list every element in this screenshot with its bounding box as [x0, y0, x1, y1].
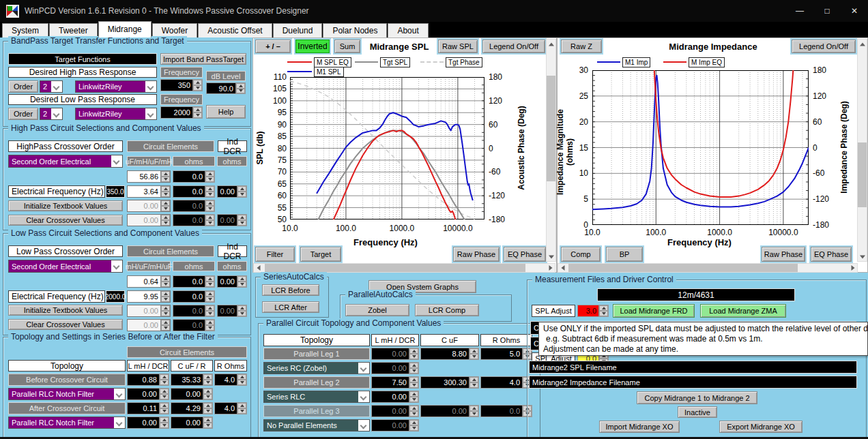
leg1-r-spinner[interactable]: 5.0 — [480, 348, 532, 360]
hp-filter-combo[interactable]: LinkwitzRiley — [75, 80, 157, 93]
hp-c2-spinner[interactable]: 3.64 — [127, 185, 171, 198]
spl-vscroll-thumb[interactable] — [547, 76, 555, 181]
chevron-down-icon[interactable] — [358, 391, 369, 402]
spin-up-icon[interactable] — [203, 417, 212, 423]
lp-r4-spinner[interactable]: 0.0 — [173, 319, 215, 331]
scroll-right-icon[interactable] — [546, 264, 555, 272]
spin-down-icon[interactable] — [409, 382, 418, 388]
lp-order-button[interactable]: Order — [8, 108, 38, 120]
spin-up-icon[interactable] — [409, 363, 418, 368]
spin-down-icon[interactable] — [160, 423, 169, 428]
spin-up-icon[interactable] — [193, 107, 202, 112]
import-xo-button[interactable]: Import Midrange XO — [599, 421, 680, 433]
spin-up-icon[interactable] — [205, 200, 214, 206]
spl-filter-button[interactable]: Filter — [255, 247, 295, 262]
lp-l3-spinner[interactable]: 0.00 — [127, 305, 171, 317]
spin-down-icon[interactable] — [160, 408, 169, 414]
chevron-down-icon[interactable] — [145, 81, 156, 92]
spl-eq-phase-button[interactable]: EQ Phase — [504, 247, 546, 262]
notch2-l-spinner[interactable]: 0.00 — [127, 417, 169, 429]
spin-up-icon[interactable] — [160, 403, 169, 408]
lcr-before-button[interactable]: LCR Before — [262, 284, 319, 296]
lp-l1-spinner[interactable]: 0.64 — [127, 275, 171, 288]
tab-about[interactable]: About — [388, 23, 428, 37]
leg1-c-spinner[interactable]: 8.80 — [420, 348, 479, 360]
spin-up-icon[interactable] — [203, 403, 212, 408]
leg3-c-spinner[interactable]: 0.00 — [420, 405, 479, 417]
chevron-down-icon[interactable] — [145, 108, 156, 119]
spin-up-icon[interactable] — [193, 80, 202, 85]
spin-down-icon[interactable] — [203, 394, 212, 399]
spin-down-icon[interactable] — [469, 411, 478, 417]
spin-down-icon[interactable] — [161, 177, 170, 182]
spin-down-icon[interactable] — [409, 425, 418, 431]
hp-c3-spinner[interactable]: 0.00 — [127, 200, 171, 212]
spin-down-icon[interactable] — [160, 380, 169, 385]
imp-raw-z-button[interactable]: Raw Z — [561, 40, 602, 53]
before-l-spinner[interactable]: 0.88 — [127, 374, 169, 386]
spin-down-icon[interactable] — [203, 408, 212, 414]
spin-down-icon[interactable] — [599, 311, 608, 316]
imp-bp-button[interactable]: BP — [606, 247, 643, 262]
scroll-left-icon[interactable] — [254, 264, 263, 272]
spin-up-icon[interactable] — [161, 215, 170, 220]
lcr-after-button[interactable]: LCR After — [262, 301, 319, 313]
spin-up-icon[interactable] — [205, 291, 214, 297]
spl-adjust1-spinner[interactable]: 3.0 — [577, 305, 609, 317]
spin-down-icon[interactable] — [160, 394, 169, 399]
spin-down-icon[interactable] — [205, 192, 214, 197]
spin-up-icon[interactable] — [161, 171, 170, 177]
hp-frequency-spinner[interactable]: 350 — [160, 79, 203, 91]
hp-order-type-combo[interactable]: Second Order Electrical — [8, 155, 123, 168]
chevron-down-icon[interactable] — [358, 363, 369, 374]
spin-down-icon[interactable] — [237, 380, 246, 385]
notch2-c-spinner[interactable]: 0.00 — [171, 417, 213, 429]
combo1-value-spinner[interactable]: 0.00 — [371, 362, 419, 374]
spin-down-icon[interactable] — [193, 85, 202, 91]
spl-legend-button[interactable]: Legend On/Off — [482, 40, 545, 53]
leg3-l-spinner[interactable]: 0.00 — [371, 405, 419, 417]
hp-dcr1-spinner[interactable]: 0.00 — [217, 185, 247, 198]
imp-vertical-scrollbar[interactable] — [857, 39, 867, 262]
spl-target-button[interactable]: Target — [300, 247, 341, 262]
spin-down-icon[interactable] — [205, 325, 214, 331]
leg3-r-spinner[interactable]: 0.0 — [480, 405, 532, 417]
spin-down-icon[interactable] — [409, 368, 418, 374]
spin-down-icon[interactable] — [203, 423, 212, 428]
spin-up-icon[interactable] — [205, 215, 214, 220]
tab-polar-nodes[interactable]: Polar Nodes — [323, 23, 387, 37]
help-button[interactable]: Help — [206, 105, 246, 119]
lp-r3-spinner[interactable]: 0.0 — [173, 305, 215, 317]
hp-r4-spinner[interactable]: 0.0 — [173, 214, 215, 226]
spin-up-icon[interactable] — [237, 403, 246, 408]
spin-up-icon[interactable] — [237, 374, 246, 380]
after-r-spinner[interactable]: 4.0 — [214, 402, 247, 414]
hp-clear-values-button[interactable]: Clear Crossover Values — [8, 215, 123, 226]
chevron-down-icon[interactable] — [114, 417, 125, 428]
lp-order-combo[interactable]: 2 — [40, 108, 63, 120]
imp-horizontal-scrollbar[interactable] — [558, 263, 858, 273]
spin-down-icon[interactable] — [161, 325, 170, 331]
spin-up-icon[interactable] — [409, 377, 418, 382]
load-frd-button[interactable]: Load Midrange FRD — [613, 304, 695, 318]
imp-raw-phase-button[interactable]: Raw Phase — [762, 247, 805, 262]
notch1-l-spinner[interactable]: 0.00 — [127, 388, 169, 400]
spin-down-icon[interactable] — [409, 354, 418, 359]
lp-l4-spinner[interactable]: 0.00 — [127, 319, 171, 331]
spin-up-icon[interactable] — [469, 406, 478, 411]
spin-up-icon[interactable] — [469, 348, 478, 354]
chevron-down-icon[interactable] — [111, 260, 122, 272]
spin-up-icon[interactable] — [236, 83, 245, 89]
hp-r3-spinner[interactable]: 0.0 — [173, 200, 215, 212]
lp-l2-spinner[interactable]: 9.95 — [127, 290, 171, 303]
hp-init-textbook-button[interactable]: Initialize Textbook Values — [8, 200, 123, 211]
midrange2-spl-filename-field[interactable]: Midrange2 SPL Filename — [529, 361, 857, 374]
before-r-spinner[interactable]: 4.0 — [214, 374, 247, 386]
spin-up-icon[interactable] — [237, 305, 246, 311]
spin-up-icon[interactable] — [205, 305, 214, 311]
spin-down-icon[interactable] — [205, 220, 214, 226]
before-c-spinner[interactable]: 35.33 — [171, 374, 213, 386]
hp-c4-spinner[interactable]: 0.00 — [127, 214, 171, 226]
combo2-value-spinner[interactable]: 0.00 — [371, 391, 419, 403]
spin-up-icon[interactable] — [599, 305, 608, 311]
